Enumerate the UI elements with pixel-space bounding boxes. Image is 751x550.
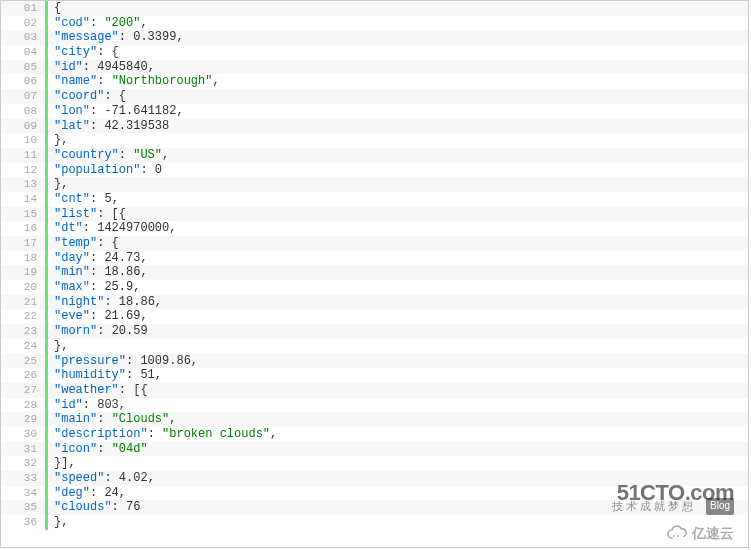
code-line[interactable]: 22"eve": 21.69, <box>1 309 748 324</box>
code-line[interactable]: 13}, <box>1 177 748 192</box>
code-line[interactable]: 18"day": 24.73, <box>1 251 748 266</box>
code-content[interactable]: "weather": [{ <box>48 383 148 398</box>
code-content[interactable]: "coord": { <box>48 89 126 104</box>
code-line[interactable]: 20"max": 25.9, <box>1 280 748 295</box>
token-punct: : <box>104 295 118 309</box>
token-str: "Clouds" <box>112 412 170 426</box>
token-num: 42.319538 <box>104 119 169 133</box>
code-content[interactable]: "day": 24.73, <box>48 251 148 266</box>
token-punct: }, <box>54 515 68 529</box>
code-line[interactable]: 35"clouds": 76 <box>1 500 748 515</box>
code-line[interactable]: 09"lat": 42.319538 <box>1 119 748 134</box>
token-key: "id" <box>54 398 83 412</box>
code-content[interactable]: "message": 0.3399, <box>48 30 184 45</box>
code-line[interactable]: 30"description": "broken clouds", <box>1 427 748 442</box>
code-content[interactable]: }, <box>48 133 68 148</box>
line-number: 27 <box>1 383 45 398</box>
code-line[interactable]: 03"message": 0.3399, <box>1 30 748 45</box>
code-content[interactable]: "night": 18.86, <box>48 295 162 310</box>
code-content[interactable]: }, <box>48 515 68 530</box>
token-num: 5 <box>104 192 111 206</box>
code-content[interactable]: }, <box>48 177 68 192</box>
code-content[interactable]: "temp": { <box>48 236 119 251</box>
code-line[interactable]: 27"weather": [{ <box>1 383 748 398</box>
code-line[interactable]: 12"population": 0 <box>1 163 748 178</box>
code-lines-container: 01{02"cod": "200",03"message": 0.3399,04… <box>1 1 748 530</box>
token-num: 4.02 <box>119 471 148 485</box>
token-num: 18.86 <box>104 265 140 279</box>
code-line[interactable]: 25"pressure": 1009.86, <box>1 354 748 369</box>
token-num: 1009.86 <box>140 354 190 368</box>
code-content[interactable]: "clouds": 76 <box>48 500 140 515</box>
code-content[interactable]: "morn": 20.59 <box>48 324 148 339</box>
code-line[interactable]: 32}], <box>1 456 748 471</box>
code-line[interactable]: 07"coord": { <box>1 89 748 104</box>
code-content[interactable]: }, <box>48 339 68 354</box>
code-content[interactable]: "eve": 21.69, <box>48 309 148 324</box>
code-content[interactable]: "population": 0 <box>48 163 162 178</box>
code-line[interactable]: 06"name": "Northborough", <box>1 74 748 89</box>
code-line[interactable]: 17"temp": { <box>1 236 748 251</box>
code-line[interactable]: 36}, <box>1 515 748 530</box>
code-line[interactable]: 24}, <box>1 339 748 354</box>
code-line[interactable]: 28"id": 803, <box>1 398 748 413</box>
code-content[interactable]: "max": 25.9, <box>48 280 140 295</box>
token-punct: : <box>83 221 97 235</box>
code-content[interactable]: "id": 803, <box>48 398 126 413</box>
code-content[interactable]: "deg": 24, <box>48 486 126 501</box>
token-key: "lon" <box>54 104 90 118</box>
token-punct: : <box>119 148 133 162</box>
code-line[interactable]: 26"humidity": 51, <box>1 368 748 383</box>
code-content[interactable]: }], <box>48 456 76 471</box>
line-number: 20 <box>1 280 45 295</box>
code-line[interactable]: 14"cnt": 5, <box>1 192 748 207</box>
code-content[interactable]: "lat": 42.319538 <box>48 119 169 134</box>
code-content[interactable]: "min": 18.86, <box>48 265 148 280</box>
code-line[interactable]: 21"night": 18.86, <box>1 295 748 310</box>
code-line[interactable]: 33"speed": 4.02, <box>1 471 748 486</box>
code-line[interactable]: 08"lon": -71.641182, <box>1 104 748 119</box>
code-content[interactable]: "main": "Clouds", <box>48 412 176 427</box>
code-line[interactable]: 11"country": "US", <box>1 148 748 163</box>
token-punct: , <box>270 427 277 441</box>
line-number: 06 <box>1 74 45 89</box>
line-number: 09 <box>1 119 45 134</box>
code-editor[interactable]: 01{02"cod": "200",03"message": 0.3399,04… <box>0 0 749 548</box>
code-content[interactable]: "speed": 4.02, <box>48 471 155 486</box>
line-number: 26 <box>1 368 45 383</box>
code-content[interactable]: "pressure": 1009.86, <box>48 354 198 369</box>
line-number: 14 <box>1 192 45 207</box>
code-content[interactable]: "list": [{ <box>48 207 126 222</box>
code-content[interactable]: "lon": -71.641182, <box>48 104 184 119</box>
token-num: 24.73 <box>104 251 140 265</box>
code-line[interactable]: 15"list": [{ <box>1 207 748 222</box>
code-line[interactable]: 10}, <box>1 133 748 148</box>
token-punct: , <box>119 398 126 412</box>
code-line[interactable]: 16"dt": 1424970000, <box>1 221 748 236</box>
code-content[interactable]: "dt": 1424970000, <box>48 221 176 236</box>
code-line[interactable]: 31"icon": "04d" <box>1 442 748 457</box>
code-content[interactable]: "icon": "04d" <box>48 442 148 457</box>
code-line[interactable]: 34"deg": 24, <box>1 486 748 501</box>
line-number: 34 <box>1 486 45 501</box>
code-line[interactable]: 05"id": 4945840, <box>1 60 748 75</box>
code-line[interactable]: 02"cod": "200", <box>1 16 748 31</box>
code-line[interactable]: 29"main": "Clouds", <box>1 412 748 427</box>
line-number: 02 <box>1 16 45 31</box>
token-key: "coord" <box>54 89 104 103</box>
token-num: 20.59 <box>112 324 148 338</box>
token-punct: : [{ <box>119 383 148 397</box>
code-content[interactable]: "humidity": 51, <box>48 368 162 383</box>
code-line[interactable]: 19"min": 18.86, <box>1 265 748 280</box>
code-line[interactable]: 01{ <box>1 1 748 16</box>
code-content[interactable]: { <box>48 1 61 16</box>
code-content[interactable]: "name": "Northborough", <box>48 74 220 89</box>
code-line[interactable]: 04"city": { <box>1 45 748 60</box>
code-line[interactable]: 23"morn": 20.59 <box>1 324 748 339</box>
code-content[interactable]: "id": 4945840, <box>48 60 155 75</box>
code-content[interactable]: "city": { <box>48 45 119 60</box>
code-content[interactable]: "cnt": 5, <box>48 192 119 207</box>
code-content[interactable]: "cod": "200", <box>48 16 148 31</box>
code-content[interactable]: "country": "US", <box>48 148 169 163</box>
code-content[interactable]: "description": "broken clouds", <box>48 427 277 442</box>
